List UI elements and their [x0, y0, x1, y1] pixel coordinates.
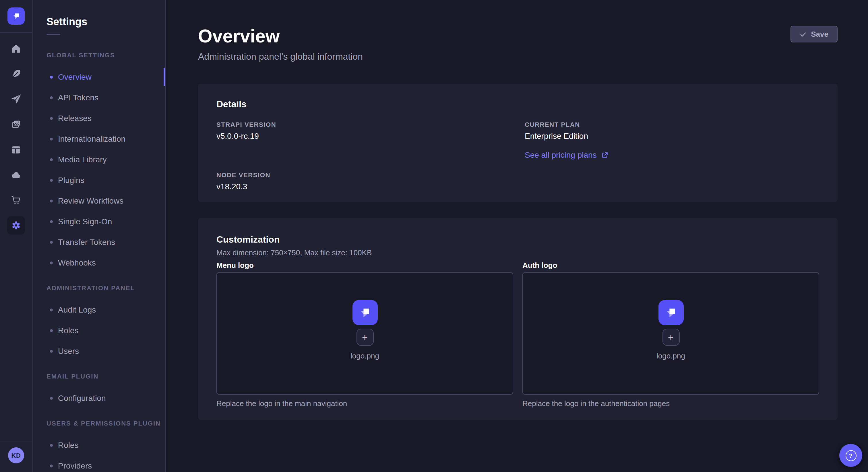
sidebar-item-webhooks[interactable]: Webhooks: [33, 252, 165, 273]
current-plan-value: Enterprise Edition: [525, 131, 819, 141]
sidebar-item-overview[interactable]: Overview: [33, 67, 165, 87]
page-subtitle: Administration panel’s global informatio…: [198, 50, 363, 63]
strapi-admin-app: KD Settings GLOBAL SETTINGS Overview API…: [0, 0, 868, 472]
sidebar-item-internationalization[interactable]: Internationalization: [33, 129, 165, 149]
sidebar-item-email-configuration[interactable]: Configuration: [33, 388, 165, 408]
main-nav-rail: KD: [0, 0, 33, 472]
current-plan-label: CURRENT PLAN: [525, 121, 819, 129]
section-email-plugin: EMAIL PLUGIN: [33, 365, 165, 388]
strapi-logo[interactable]: [7, 7, 25, 25]
sidebar-item-review-workflows[interactable]: Review Workflows: [33, 191, 165, 211]
sidebar-item-admin-roles[interactable]: Roles: [33, 320, 165, 341]
paper-plane-icon[interactable]: [0, 87, 32, 112]
gear-icon[interactable]: [0, 213, 32, 238]
strapi-logo-icon: [10, 10, 22, 22]
rail-divider-top: [0, 32, 32, 33]
question-mark-icon: ?: [845, 450, 856, 461]
menu-logo-thumbnail: [352, 300, 377, 325]
strapi-version-value: v5.0.0-rc.19: [216, 131, 511, 141]
sidebar-title-rule: [46, 34, 60, 35]
menu-logo-dropzone[interactable]: + logo.png: [216, 272, 513, 395]
page-header-text: Overview Administration panel’s global i…: [198, 0, 363, 63]
media-library-icon[interactable]: [0, 112, 32, 137]
auth-logo-label: Auth logo: [522, 261, 819, 270]
menu-logo-field: Menu logo + logo.png Replace the logo: [216, 261, 513, 408]
home-icon[interactable]: [0, 36, 32, 61]
active-indicator-bar: [164, 68, 165, 86]
details-left-column: STRAPI VERSION v5.0.0-rc.19 NODE VERSION…: [216, 121, 511, 192]
user-avatar[interactable]: KD: [8, 447, 24, 463]
sidebar-item-single-sign-on[interactable]: Single Sign-On: [33, 211, 165, 232]
section-administration-panel: ADMINISTRATION PANEL: [33, 276, 165, 299]
strapi-logo-icon: [662, 304, 679, 321]
feather-icon[interactable]: [0, 61, 32, 87]
settings-nav-list: GLOBAL SETTINGS Overview API Tokens Rele…: [33, 43, 165, 472]
node-version-field: NODE VERSION v18.20.3: [216, 171, 511, 192]
layout-icon[interactable]: [0, 137, 32, 162]
sidebar-item-admin-users[interactable]: Users: [33, 341, 165, 361]
sidebar-item-up-providers[interactable]: Providers: [33, 456, 165, 472]
sidebar-item-up-roles[interactable]: Roles: [33, 435, 165, 456]
details-card-title: Details: [216, 99, 819, 110]
node-version-label: NODE VERSION: [216, 171, 511, 179]
sidebar-title: Settings: [33, 0, 165, 28]
customization-subtitle: Max dimension: 750×750, Max file size: 1…: [216, 248, 819, 258]
sidebar-item-transfer-tokens[interactable]: Transfer Tokens: [33, 232, 165, 252]
sidebar-item-audit-logs[interactable]: Audit Logs: [33, 299, 165, 320]
auth-logo-hint: Replace the logo in the authentication p…: [522, 399, 819, 408]
auth-logo-dropzone[interactable]: + logo.png: [522, 272, 819, 395]
plus-icon: +: [668, 332, 674, 342]
pricing-plans-link[interactable]: See all pricing plans: [525, 150, 609, 160]
auth-logo-field: Auth logo + logo.png Replace the logo: [522, 261, 819, 408]
sidebar-item-plugins[interactable]: Plugins: [33, 170, 165, 191]
current-plan-field: CURRENT PLAN Enterprise Edition: [525, 121, 819, 141]
sidebar-item-api-tokens[interactable]: API Tokens: [33, 87, 165, 108]
plus-icon: +: [362, 332, 368, 342]
page-header: Overview Administration panel’s global i…: [198, 0, 838, 63]
external-link-icon: [601, 151, 609, 159]
check-icon: [799, 31, 806, 38]
details-card: Details STRAPI VERSION v5.0.0-rc.19 NODE…: [198, 84, 838, 202]
strapi-logo-icon: [356, 304, 373, 321]
auth-logo-add-button[interactable]: +: [662, 329, 679, 346]
sidebar-item-media-library[interactable]: Media Library: [33, 149, 165, 170]
logo-fields-row: Menu logo + logo.png Replace the logo: [216, 261, 819, 408]
menu-logo-hint: Replace the logo in the main navigation: [216, 399, 513, 408]
section-users-permissions-plugin: USERS & PERMISSIONS PLUGIN: [33, 412, 165, 435]
menu-logo-label: Menu logo: [216, 261, 513, 270]
gear-active-highlight: [7, 216, 25, 235]
sidebar-item-releases[interactable]: Releases: [33, 108, 165, 129]
details-right-column: CURRENT PLAN Enterprise Edition See all …: [525, 121, 819, 192]
help-button[interactable]: ?: [839, 444, 862, 467]
rail-divider-bottom: [0, 442, 32, 442]
customization-card: Customization Max dimension: 750×750, Ma…: [198, 218, 838, 420]
section-global-settings: GLOBAL SETTINGS: [33, 43, 165, 67]
details-grid: STRAPI VERSION v5.0.0-rc.19 NODE VERSION…: [216, 121, 819, 192]
menu-logo-add-button[interactable]: +: [356, 329, 373, 346]
strapi-version-label: STRAPI VERSION: [216, 121, 511, 129]
avatar-initials: KD: [11, 452, 21, 459]
node-version-value: v18.20.3: [216, 181, 511, 192]
settings-sidebar: Settings GLOBAL SETTINGS Overview API To…: [33, 0, 166, 472]
auth-logo-filename: logo.png: [656, 351, 685, 361]
cloud-icon[interactable]: [0, 162, 32, 188]
save-button[interactable]: Save: [790, 26, 838, 42]
page-title: Overview: [198, 25, 363, 47]
rail-buttons: [0, 36, 32, 238]
strapi-version-field: STRAPI VERSION v5.0.0-rc.19: [216, 121, 511, 141]
auth-logo-thumbnail: [658, 300, 683, 325]
shopping-cart-icon[interactable]: [0, 188, 32, 213]
customization-card-title: Customization: [216, 234, 819, 245]
menu-logo-filename: logo.png: [350, 351, 379, 361]
main-content: Overview Administration panel’s global i…: [166, 0, 868, 472]
